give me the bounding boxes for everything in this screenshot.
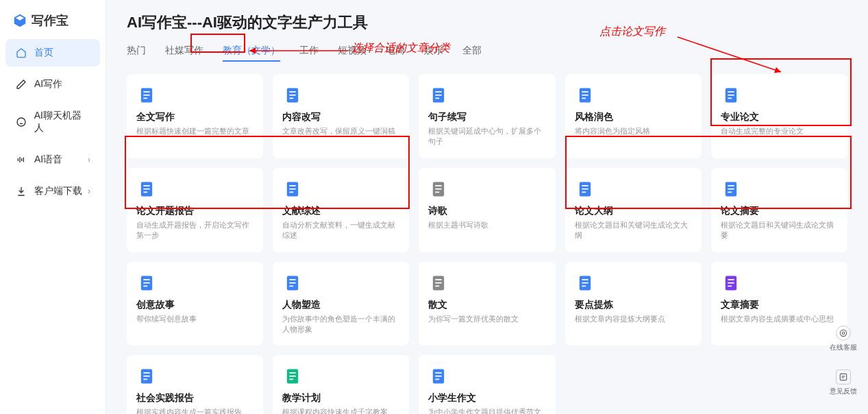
svg-rect-66 — [728, 285, 732, 287]
headset-icon — [836, 326, 851, 341]
svg-rect-21 — [582, 95, 588, 96]
card-desc: 为你故事中的角色塑造一个丰满的人物形象 — [282, 314, 399, 335]
feedback-button[interactable]: 意见反馈 — [830, 365, 857, 400]
tab-work[interactable]: 工作 — [299, 41, 319, 62]
customer-service-button[interactable]: 在线客服 — [830, 321, 857, 356]
card-title: 社会实践报告 — [136, 392, 253, 404]
svg-rect-40 — [582, 185, 588, 186]
svg-rect-58 — [436, 285, 440, 287]
sidebar-item-home[interactable]: 首页 — [5, 39, 100, 66]
svg-rect-57 — [436, 282, 442, 283]
sidebar-item-ai-chatbot[interactable]: AI聊天机器人 — [5, 102, 100, 142]
tab-hot[interactable]: 热门 — [127, 41, 146, 62]
tool-card[interactable]: 创意故事帮你续写创意故事 — [127, 262, 263, 346]
sidebar-item-label: AI写作 — [34, 78, 62, 90]
tab-shortvideo[interactable]: 短视频 — [338, 41, 367, 62]
svg-rect-33 — [290, 188, 296, 190]
svg-rect-64 — [728, 279, 734, 280]
svg-rect-76 — [436, 373, 442, 374]
card-title: 文献综述 — [282, 205, 399, 217]
svg-point-79 — [840, 330, 846, 336]
tab-ecommerce[interactable]: 电商 — [386, 41, 405, 62]
logo-text: 写作宝 — [32, 12, 69, 29]
document-icon — [282, 366, 303, 387]
svg-rect-12 — [290, 91, 296, 93]
card-desc: 为你写一篇文辞优美的散文 — [428, 314, 545, 324]
card-desc: 根据主题书写诗歌 — [428, 220, 545, 230]
document-icon — [136, 273, 157, 293]
card-title: 创意故事 — [136, 299, 253, 311]
logo-icon — [12, 13, 27, 28]
card-desc: 根据文章内容生成摘要或中心思想 — [721, 314, 838, 324]
svg-rect-26 — [728, 98, 732, 99]
document-icon — [428, 273, 449, 293]
tool-card[interactable]: 教学计划根据课程内容快速生成千字教案 — [273, 355, 409, 414]
card-title: 内容改写 — [282, 111, 399, 123]
tab-education[interactable]: 教育（文学） — [223, 41, 280, 62]
sidebar: 写作宝 首页 AI写作 AI聊天机器人 AI语音 › — [0, 0, 106, 414]
tool-card[interactable]: 全文写作根据标题快速创建一篇完整的文章 — [127, 74, 263, 158]
tool-card[interactable]: 文献综述自动分析文献资料，一键生成文献综述 — [273, 168, 409, 252]
document-icon — [136, 179, 157, 199]
tool-card[interactable]: 专业论文自动生成完整的专业论文 — [711, 74, 847, 158]
svg-rect-72 — [290, 373, 296, 374]
tool-card[interactable]: 句子续写根据关键词延成中心句，扩展多个句子 — [419, 74, 555, 158]
svg-rect-10 — [143, 98, 147, 99]
tool-card[interactable]: 小学生作文为中小学生作文题目提供优秀范文 — [419, 355, 555, 414]
document-icon — [282, 179, 303, 199]
document-icon — [136, 85, 157, 106]
document-icon — [575, 179, 595, 199]
tool-card[interactable]: 内容改写文章改善改写，保留原义一键润稿 — [273, 74, 409, 158]
svg-rect-9 — [143, 95, 149, 96]
sidebar-item-ai-voice[interactable]: AI语音 › — [5, 146, 100, 173]
sidebar-item-download[interactable]: 客户端下载 › — [5, 178, 100, 205]
document-icon — [575, 85, 595, 106]
tool-card[interactable]: 风格润色将内容润色为指定风格 — [565, 74, 702, 158]
tool-card[interactable]: 要点提炼根据文章内容提炼大纲要点 — [565, 262, 702, 346]
document-icon — [136, 366, 157, 387]
tab-social[interactable]: 社媒写作 — [165, 41, 203, 62]
tool-card[interactable]: 论文大纲根据论文题目和关键词生成论文大纲 — [565, 168, 702, 252]
main-content: AI写作宝---AI驱动的文字生产力工具 热门 社媒写作 教育（文学） 工作 短… — [106, 0, 868, 414]
svg-rect-1 — [18, 158, 18, 161]
svg-rect-54 — [290, 285, 294, 287]
card-desc: 帮你续写创意故事 — [136, 314, 253, 324]
tool-card[interactable]: 论文摘要根据论文题目和关键词生成论文摘要 — [711, 168, 847, 252]
svg-rect-25 — [728, 95, 734, 96]
svg-rect-45 — [728, 188, 734, 190]
card-title: 论文摘要 — [721, 205, 838, 217]
card-title: 论文开题报告 — [136, 205, 253, 217]
home-icon — [15, 47, 27, 59]
svg-rect-62 — [582, 285, 586, 287]
svg-rect-60 — [582, 279, 588, 280]
chat-icon — [15, 116, 27, 128]
svg-rect-18 — [436, 98, 440, 99]
card-desc: 自动分析文献资料，一键生成文献综述 — [282, 220, 399, 241]
card-desc: 根据标题快速创建一篇完整的文章 — [136, 126, 253, 136]
tool-card[interactable]: 社会实践报告根据实践内容生成一篇实践报告 — [127, 355, 263, 414]
svg-rect-73 — [290, 376, 296, 377]
tool-card[interactable]: 人物塑造为你故事中的角色塑造一个丰满的人物形象 — [273, 262, 409, 346]
page-title: AI写作宝---AI驱动的文字生产力工具 — [127, 12, 847, 33]
tab-entertainment[interactable]: 娱乐 — [424, 41, 443, 62]
svg-point-0 — [17, 118, 25, 126]
float-btn-label: 在线客服 — [830, 343, 857, 352]
tool-card[interactable]: 诗歌根据主题书写诗歌 — [419, 168, 555, 252]
card-title: 风格润色 — [575, 111, 692, 123]
svg-rect-30 — [143, 191, 147, 193]
svg-rect-28 — [143, 185, 149, 186]
tool-card[interactable]: 散文为你写一篇文辞优美的散文 — [419, 262, 555, 346]
tool-card[interactable]: 文章摘要根据文章内容生成摘要或中心思想 — [711, 262, 847, 346]
sidebar-item-label: 首页 — [34, 47, 53, 59]
svg-rect-22 — [582, 98, 586, 99]
tab-all[interactable]: 全部 — [462, 41, 482, 62]
card-desc: 为中小学生作文题目提供优秀范文 — [428, 407, 545, 414]
sidebar-item-ai-writing[interactable]: AI写作 — [5, 71, 100, 98]
svg-rect-36 — [436, 185, 442, 186]
category-tabs: 热门 社媒写作 教育（文学） 工作 短视频 电商 娱乐 全部 — [127, 41, 847, 62]
card-desc: 根据实践内容生成一篇实践报告 — [136, 407, 253, 414]
svg-rect-13 — [290, 95, 296, 96]
svg-rect-34 — [290, 191, 294, 193]
card-desc: 根据课程内容快速生成千字教案 — [282, 407, 399, 414]
tool-card[interactable]: 论文开题报告自动生成开题报告，开启论文写作第一步 — [127, 168, 263, 252]
